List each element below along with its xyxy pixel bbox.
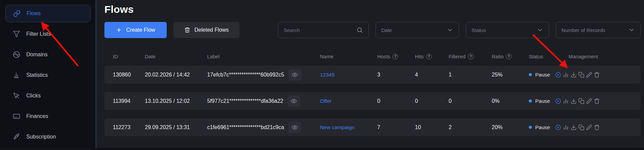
- column-header-name: Name: [320, 54, 377, 59]
- sidebar-item-subscription[interactable]: Subscription: [5, 128, 91, 146]
- records-filter-label: Number of Records: [561, 27, 605, 33]
- column-header-id: ID: [113, 54, 145, 59]
- edit-icon: [586, 98, 592, 104]
- deleted-flows-label: Deleted Flows: [194, 27, 228, 33]
- flow-name-link[interactable]: New campaign: [320, 124, 355, 130]
- column-header-label: Label: [207, 54, 320, 59]
- status-filter-dropdown[interactable]: Status: [466, 22, 549, 38]
- column-header-text: Filtered: [449, 54, 465, 59]
- play-button[interactable]: [555, 71, 561, 79]
- column-header-hits: Hits ?: [415, 54, 449, 59]
- flow-filtered-value: 2: [449, 124, 492, 130]
- plus-icon: [116, 27, 122, 33]
- edit-button[interactable]: [586, 97, 592, 105]
- column-header-text: Ratio: [492, 54, 504, 59]
- date-filter-dropdown[interactable]: Date: [376, 22, 459, 38]
- flow-name-cell: 12345: [320, 72, 377, 78]
- sidebar-item-filter-lists[interactable]: Filter Lists: [5, 25, 91, 43]
- edit-button[interactable]: [586, 124, 592, 131]
- statistics-button[interactable]: [563, 124, 569, 131]
- sidebar-item-clicks[interactable]: Clicks: [5, 87, 91, 104]
- management-actions: [555, 97, 600, 105]
- table-row: 130860 20.02.2026 / 14:42 17efcb7c******…: [104, 66, 641, 84]
- play-button[interactable]: [555, 97, 561, 105]
- table-row: 112273 29.09.2025 / 13:31 c1fe6961******…: [104, 118, 641, 136]
- filter-icon: [13, 30, 20, 38]
- statistics-button[interactable]: [563, 71, 569, 79]
- duplicate-button[interactable]: [578, 124, 584, 131]
- management-actions: [555, 124, 600, 131]
- delete-button[interactable]: [594, 97, 600, 105]
- search-icon: [356, 27, 363, 33]
- flow-date: 20.02.2026 / 14:42: [145, 72, 207, 78]
- main-content: Flows Create Flow Deleted Flows Date: [97, 0, 644, 150]
- download-icon: [571, 124, 577, 130]
- play-button[interactable]: [555, 124, 561, 131]
- flow-name-link[interactable]: Offer: [320, 98, 331, 104]
- globe-icon: [13, 51, 20, 58]
- management-cell: [569, 124, 641, 131]
- trash-icon: [594, 72, 600, 78]
- delete-button[interactable]: [594, 124, 600, 131]
- statistics-button[interactable]: [563, 97, 569, 105]
- flow-hosts-value: 3: [377, 72, 415, 78]
- copy-icon: [578, 124, 584, 130]
- sidebar-item-label: Statistics: [26, 72, 48, 78]
- help-icon[interactable]: ?: [468, 54, 474, 59]
- flow-filtered-value: 1: [449, 72, 492, 78]
- link-icon: [13, 10, 21, 17]
- status-dot: [529, 99, 532, 102]
- help-icon[interactable]: ?: [392, 54, 398, 59]
- sidebar-item-statistics[interactable]: Statistics: [5, 66, 91, 84]
- status-label: Pause: [535, 72, 550, 78]
- deleted-flows-button[interactable]: Deleted Flows: [173, 22, 239, 38]
- date-filter-label: Date: [381, 27, 392, 33]
- create-flow-label: Create Flow: [126, 27, 155, 33]
- column-header-filtered: Filtered ?: [449, 54, 492, 59]
- reveal-label-button[interactable]: [287, 95, 300, 107]
- play-icon: [555, 124, 561, 130]
- duplicate-button[interactable]: [578, 97, 584, 105]
- sidebar-item-label: Finances: [26, 113, 48, 119]
- records-filter-dropdown[interactable]: Number of Records: [556, 22, 641, 38]
- duplicate-button[interactable]: [578, 71, 584, 79]
- column-header-text: Hosts: [377, 54, 390, 59]
- play-icon: [555, 72, 561, 78]
- reveal-label-button[interactable]: [288, 69, 301, 81]
- flow-hits-value: 0: [415, 98, 449, 104]
- sidebar-item-finances[interactable]: Finances: [5, 108, 91, 125]
- sidebar-item-flows[interactable]: Flows: [5, 5, 91, 22]
- flow-name-cell: Offer: [320, 98, 377, 104]
- page-title: Flows: [104, 3, 641, 16]
- chevron-down-icon: [447, 27, 453, 33]
- flow-hits-value: 4: [415, 72, 449, 78]
- help-icon[interactable]: ?: [426, 54, 432, 59]
- download-icon: [571, 72, 577, 78]
- management-cell: [569, 97, 641, 105]
- help-icon[interactable]: ?: [506, 54, 512, 59]
- column-header-management: Management: [569, 54, 641, 59]
- download-button[interactable]: [571, 71, 577, 79]
- flow-ratio-value: 20%: [492, 124, 529, 130]
- rocket-icon: [13, 133, 20, 141]
- column-header-date: Date: [145, 54, 207, 59]
- trash-icon: [594, 98, 600, 104]
- eye-icon: [292, 124, 298, 130]
- reveal-label-button[interactable]: [288, 122, 301, 133]
- edit-button[interactable]: [586, 71, 592, 79]
- delete-button[interactable]: [594, 71, 600, 79]
- chevron-down-icon: [628, 27, 635, 33]
- create-flow-button[interactable]: Create Flow: [104, 22, 167, 38]
- download-button[interactable]: [571, 97, 577, 105]
- flow-name-link[interactable]: 12345: [320, 72, 334, 78]
- table-body: 130860 20.02.2026 / 14:42 17efcb7c******…: [104, 66, 641, 136]
- play-icon: [555, 98, 561, 104]
- flow-filtered-value: 0: [449, 98, 492, 104]
- sidebar-item-domains[interactable]: Domains: [5, 46, 91, 63]
- search-box[interactable]: [278, 22, 369, 38]
- flow-label-text: c1fe6961***************bd21c9ca: [207, 124, 284, 130]
- search-input[interactable]: [284, 27, 356, 33]
- download-button[interactable]: [571, 124, 577, 131]
- download-icon: [571, 98, 577, 104]
- status-label: Pause: [535, 124, 550, 130]
